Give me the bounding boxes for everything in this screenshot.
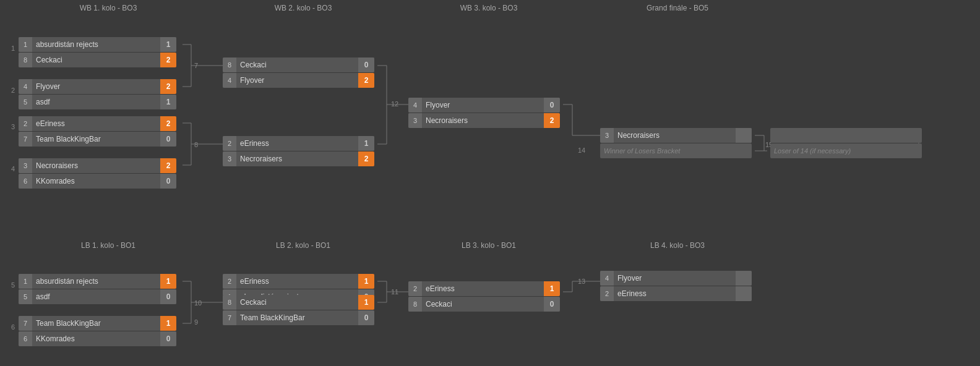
team-score: 2 xyxy=(358,151,374,166)
team-row: 2 eEriness 2 xyxy=(19,116,176,131)
match-num-12: 12 xyxy=(391,100,398,108)
team-name: eEriness xyxy=(614,289,736,298)
team-row: 8 Ceckaci 1 xyxy=(223,295,374,310)
team-score: 0 xyxy=(544,98,560,113)
team-row: 7 Team BlackKingBar 0 xyxy=(19,132,176,147)
match-wb1-2: 4 Flyover 2 5 asdf 1 xyxy=(19,79,176,109)
team-name: eEriness xyxy=(236,139,358,148)
team-score: 0 xyxy=(358,57,374,72)
row-label-3: 3 xyxy=(11,123,15,130)
team-name-placeholder: Winner of Losers Bracket xyxy=(600,147,752,155)
seed: 3 xyxy=(19,158,32,173)
seed: 2 xyxy=(600,286,614,301)
team-row: 8 Ceckaci 0 xyxy=(223,57,374,72)
seed: 2 xyxy=(19,116,32,131)
team-row: 2 eEriness xyxy=(600,286,752,301)
lb1-header: LB 1. kolo - BO1 xyxy=(19,241,198,250)
row-label-1: 1 xyxy=(11,45,15,52)
team-row: 7 Team BlackKingBar 0 xyxy=(223,310,374,325)
team-score: 0 xyxy=(160,289,176,304)
team-score: 1 xyxy=(160,316,176,331)
team-name: Ceckaci xyxy=(236,298,358,307)
team-name: Necroraisers xyxy=(32,161,160,170)
team-row: 4 Flyover 0 xyxy=(408,98,560,113)
team-score: 0 xyxy=(160,331,176,346)
team-row: 3 Necroraisers xyxy=(600,128,752,143)
team-score: 2 xyxy=(544,113,560,128)
seed: 8 xyxy=(223,295,236,310)
team-score: 2 xyxy=(160,116,176,131)
row-label-6: 6 xyxy=(11,323,15,331)
team-row-placeholder xyxy=(770,128,922,143)
match-grand-14: 3 Necroraisers Winner of Losers Bracket xyxy=(600,128,752,158)
team-row: 6 KKomrades 0 xyxy=(19,174,176,189)
match-lb1-6: 7 Team BlackKingBar 1 6 KKomrades 0 xyxy=(19,316,176,346)
seed: 6 xyxy=(19,331,32,346)
match-grand-15: Loser of 14 (if necessary) xyxy=(770,128,922,158)
team-name: Ceckaci xyxy=(236,61,358,69)
team-name: Necroraisers xyxy=(614,131,736,140)
row-label-5: 5 xyxy=(11,281,15,289)
team-name-loser: Loser of 14 (if necessary) xyxy=(770,147,922,155)
seed: 8 xyxy=(19,53,32,67)
team-row: 5 asdf 1 xyxy=(19,95,176,109)
team-score: 1 xyxy=(160,274,176,289)
row-label-2: 2 xyxy=(11,87,15,94)
team-name: Necroraisers xyxy=(236,155,358,163)
match-lb2-9bot: 8 Ceckaci 1 7 Team BlackKingBar 0 xyxy=(223,295,374,325)
seed: 8 xyxy=(223,57,236,72)
team-score: 1 xyxy=(160,37,176,52)
team-name: Flyover xyxy=(236,76,358,85)
wb1-header: WB 1. kolo - BO3 xyxy=(19,4,198,12)
seed: 4 xyxy=(223,73,236,88)
match-num-9: 9 xyxy=(194,318,198,326)
team-name: Flyover xyxy=(32,82,160,91)
team-row: 4 Flyover 2 xyxy=(223,73,374,88)
team-score: 0 xyxy=(544,297,560,312)
seed: 1 xyxy=(19,274,32,289)
seed: 7 xyxy=(223,310,236,325)
match-num-8: 8 xyxy=(194,141,198,148)
match-wb2-7: 8 Ceckaci 0 4 Flyover 2 xyxy=(223,57,374,88)
team-name: Ceckaci xyxy=(32,56,160,64)
team-row: 7 Team BlackKingBar 1 xyxy=(19,316,176,331)
seed: 1 xyxy=(19,37,32,52)
team-name: eEriness xyxy=(236,277,358,286)
bracket-canvas: WB 1. kolo - BO3 WB 2. kolo - BO3 WB 3. … xyxy=(0,0,980,366)
seed: 4 xyxy=(408,98,422,113)
seed: 5 xyxy=(19,289,32,304)
team-row: 8 Ceckaci 0 xyxy=(408,297,560,312)
team-score: 0 xyxy=(160,174,176,189)
team-name: KKomrades xyxy=(32,334,160,343)
match-wb1-3: 2 eEriness 2 7 Team BlackKingBar 0 xyxy=(19,116,176,147)
team-row: 3 Necroraisers 2 xyxy=(408,113,560,128)
team-name: asdf xyxy=(32,98,160,106)
team-name: Flyover xyxy=(422,101,544,109)
match-lb3-11: 2 eEriness 1 8 Ceckaci 0 xyxy=(408,281,560,312)
seed: 4 xyxy=(19,79,32,94)
match-num-11: 11 xyxy=(391,288,398,296)
match-num-10: 10 xyxy=(194,299,202,307)
team-row: 4 Flyover 2 xyxy=(19,79,176,94)
team-name: Flyover xyxy=(614,274,736,283)
lb2-header: LB 2. kolo - BO1 xyxy=(220,241,387,250)
team-name: Team BlackKingBar xyxy=(236,313,358,322)
team-name: Team BlackKingBar xyxy=(32,135,160,143)
team-row: 3 Necroraisers 2 xyxy=(19,158,176,173)
team-row: 2 eEriness 1 xyxy=(223,136,374,151)
team-score: 1 xyxy=(544,281,560,296)
seed: 2 xyxy=(223,136,236,151)
team-row: 3 Necroraisers 2 xyxy=(223,151,374,166)
match-wb2-8: 2 eEriness 1 3 Necroraisers 2 xyxy=(223,136,374,166)
team-name: absurdistán rejects xyxy=(32,277,160,286)
team-row: 2 eEriness 1 xyxy=(408,281,560,296)
seed: 7 xyxy=(19,132,32,147)
seed: 3 xyxy=(600,128,614,143)
team-row: 1 absurdistán rejects 1 xyxy=(19,37,176,52)
match-num-13: 13 xyxy=(578,278,585,285)
team-row: 1 absurdistán rejects 1 xyxy=(19,274,176,289)
seed: 8 xyxy=(408,297,422,312)
team-score: 1 xyxy=(358,295,374,310)
team-score: 2 xyxy=(160,53,176,67)
team-name: Team BlackKingBar xyxy=(32,319,160,328)
